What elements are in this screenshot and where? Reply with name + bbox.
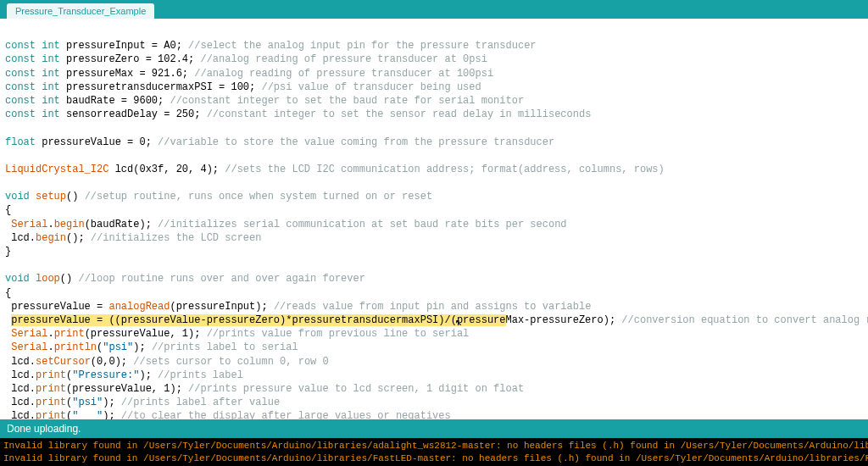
keyword: float <box>5 136 36 148</box>
comment: //loop routine runs over and over again … <box>78 273 364 285</box>
object: lcd <box>11 383 30 395</box>
string: " " <box>72 410 103 419</box>
comment: //psi value of transducer being used <box>261 81 481 93</box>
keyword: const int <box>5 108 60 120</box>
var: pressureZero <box>66 53 139 65</box>
function-name: loop <box>36 273 60 285</box>
console-line: Invalid library found in /Users/Tyler/Do… <box>3 440 865 452</box>
args: (pressureInput); <box>170 301 267 313</box>
comment: //sets the LCD I2C communication address… <box>225 164 664 175</box>
status-text: Done uploading. <box>7 423 81 435</box>
keyword: const int <box>5 40 60 52</box>
expr: lcd(0x3f, 20, 4); <box>115 164 219 175</box>
code-continuation: Max-pressureZero); <box>506 314 616 326</box>
expr: = 100; <box>219 81 255 93</box>
highlighted-code: pressureValue = ((pressureValue-pressure… <box>11 314 505 326</box>
dot: . <box>30 369 36 381</box>
comment: //prints value from previous line to ser… <box>207 328 470 340</box>
args: (baudRate); <box>85 219 152 230</box>
keyword: void <box>5 191 30 202</box>
args: (); <box>66 232 85 244</box>
class-ref: LiquidCrystal_I2C <box>5 164 108 175</box>
code-editor[interactable]: const int pressureInput = A0; //select t… <box>0 19 868 419</box>
function-call: analogRead <box>108 301 170 313</box>
comment: //prints pressure value to lcd screen, 1… <box>188 383 524 395</box>
dot: . <box>30 410 36 419</box>
parens: () <box>60 273 72 285</box>
comment: //analog reading of pressure transducer … <box>200 53 487 65</box>
string: "psi" <box>72 397 103 408</box>
method: begin <box>54 219 85 230</box>
paren-end: ); <box>133 341 145 353</box>
dot: . <box>30 383 36 395</box>
console-output[interactable]: Invalid library found in /Users/Tyler/Do… <box>0 438 868 466</box>
var: pressuretransducermaxPSI <box>66 81 213 93</box>
object: lcd <box>11 410 30 419</box>
args: (pressureValue, 1); <box>66 383 182 395</box>
var: pressureValue <box>42 136 121 148</box>
comment: //to clear the display after large value… <box>121 410 451 419</box>
expr: = 9600; <box>121 95 164 107</box>
tab-label: Pressure_Transducer_Example <box>15 6 146 16</box>
expr: = 250; <box>164 108 200 120</box>
args: (0,0); <box>91 356 127 368</box>
dot: . <box>30 397 36 408</box>
comment: //prints label <box>158 369 243 381</box>
keyword: const int <box>5 53 60 65</box>
object: lcd <box>11 369 30 381</box>
paren-end: ); <box>139 369 151 381</box>
tab-sketch[interactable]: Pressure_Transducer_Example <box>7 3 154 19</box>
expr: = 0; <box>127 136 152 148</box>
object: Serial <box>11 219 47 230</box>
comment: //prints label to serial <box>152 341 298 353</box>
var: pressureMax <box>66 68 133 80</box>
expr: = A0; <box>152 40 182 52</box>
object: Serial <box>11 328 47 340</box>
dot: . <box>30 356 36 368</box>
function-name: setup <box>36 191 66 202</box>
dot: . <box>47 341 53 353</box>
brace: { <box>5 287 11 299</box>
string: "psi" <box>103 341 133 353</box>
method: print <box>36 369 66 381</box>
object: Serial <box>11 341 47 353</box>
method: print <box>36 383 66 395</box>
object: lcd <box>11 232 30 244</box>
comment: //variable to store the value coming fro… <box>158 136 554 148</box>
status-bar: Done uploading. <box>0 419 868 438</box>
var: baudRate <box>66 95 115 107</box>
string: "Pressure:" <box>72 369 139 381</box>
comment: //analog reading of pressure transducer … <box>194 68 493 80</box>
comment: //constant integer to set the baud rate … <box>170 95 524 107</box>
comment: //reads value from input pin and assigns… <box>274 301 591 313</box>
comment: //setup routine, runs once when system t… <box>85 191 432 202</box>
method: println <box>54 341 97 353</box>
expr: = 921.6; <box>139 68 188 80</box>
expr: = 102.4; <box>146 53 195 65</box>
keyword: void <box>5 273 30 285</box>
dot: . <box>47 219 53 230</box>
brace: } <box>5 246 11 258</box>
keyword: const int <box>5 95 60 107</box>
args: (pressureValue, 1); <box>85 328 201 340</box>
method: setCursor <box>36 356 91 368</box>
method: print <box>54 328 85 340</box>
comment: //initializes the LCD screen <box>91 232 262 244</box>
brace: { <box>5 204 11 216</box>
method: print <box>36 397 66 408</box>
method: begin <box>36 232 66 244</box>
object: lcd <box>11 356 30 368</box>
var: pressureInput <box>66 40 146 52</box>
var: sensorreadDelay <box>66 108 158 120</box>
tab-bar: Pressure_Transducer_Example <box>0 0 868 19</box>
comment: //sets cursor to column 0, row 0 <box>133 356 328 368</box>
paren-end: ); <box>103 410 114 419</box>
comment: //constant integer to set the sensor rea… <box>207 108 592 120</box>
dot: . <box>30 232 36 244</box>
comment: //conversion equation to convert analog … <box>621 314 868 326</box>
comment: //prints label after value <box>121 397 280 408</box>
keyword: const int <box>5 68 60 80</box>
comment: //select the analog input pin for the pr… <box>188 40 536 52</box>
paren-end: ); <box>103 397 114 408</box>
method: print <box>36 410 66 419</box>
